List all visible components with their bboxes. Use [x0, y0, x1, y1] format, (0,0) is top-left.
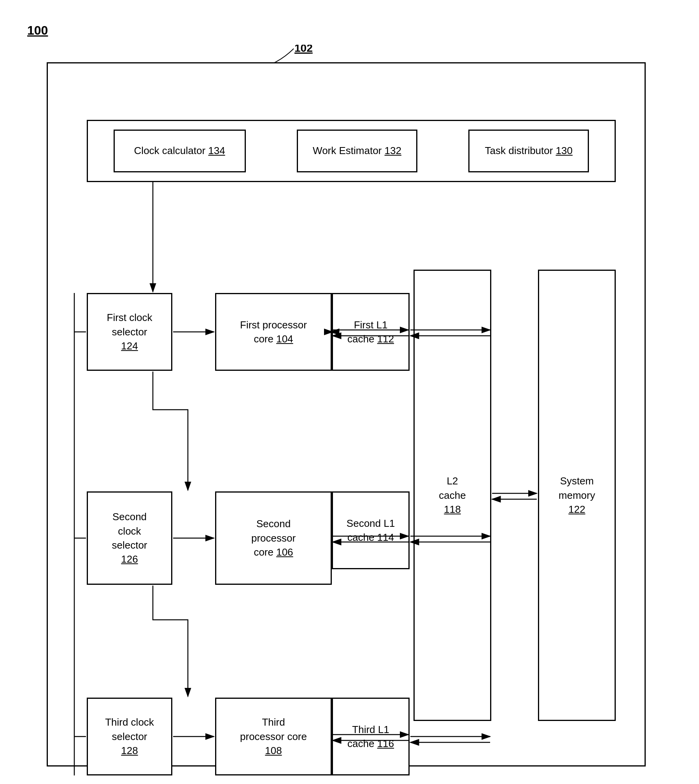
- first-clock-selector-label: First clockselector124: [107, 310, 152, 353]
- clock-calculator-label: Clock calculator 134: [134, 144, 225, 158]
- l2-cache-box: L2cache118: [413, 270, 491, 721]
- second-l1-cache-label: Second L1cache 114: [347, 516, 395, 545]
- system-memory-label: Systemmemory122: [559, 474, 595, 516]
- second-l1-cache-box: Second L1cache 114: [332, 491, 410, 569]
- work-estimator-label: Work Estimator 132: [313, 144, 401, 158]
- third-clock-selector-box: Third clockselector128: [87, 698, 172, 775]
- top-row-box: Clock calculator 134 Work Estimator 132 …: [87, 120, 616, 182]
- second-processor-core-box: Secondprocessorcore 106: [215, 491, 332, 585]
- svg-text:102: 102: [294, 45, 313, 54]
- system-memory-box: Systemmemory122: [538, 270, 616, 721]
- third-l1-cache-label: Third L1cache 116: [347, 723, 394, 751]
- task-distributor-label: Task distributor 130: [485, 144, 573, 158]
- third-clock-selector-label: Third clockselector128: [105, 715, 154, 758]
- first-processor-core-label: First processorcore 104: [240, 318, 307, 346]
- third-processor-core-box: Thirdprocessor core108: [215, 698, 332, 775]
- main-label: 100: [27, 23, 48, 38]
- second-clock-selector-label: Secondclockselector126: [112, 510, 147, 567]
- first-clock-selector-box: First clockselector124: [87, 293, 172, 371]
- first-l1-cache-box: First L1cache 112: [332, 293, 410, 371]
- task-distributor-box: Task distributor 130: [468, 130, 589, 172]
- work-estimator-box: Work Estimator 132: [297, 130, 417, 172]
- system-box: Clock calculator 134 Work Estimator 132 …: [47, 62, 646, 766]
- second-processor-core-label: Secondprocessorcore 106: [251, 517, 296, 559]
- first-l1-cache-label: First L1cache 112: [347, 318, 394, 346]
- first-processor-core-box: First processorcore 104: [215, 293, 332, 371]
- second-clock-selector-box: Secondclockselector126: [87, 491, 172, 585]
- third-processor-core-label: Thirdprocessor core108: [240, 715, 307, 758]
- diagram-container: 100 102 Clock calculator 134 Work Estima…: [23, 23, 677, 770]
- third-l1-cache-box: Third L1cache 116: [332, 698, 410, 775]
- l2-cache-label: L2cache118: [439, 474, 466, 516]
- clock-calculator-box: Clock calculator 134: [114, 130, 246, 172]
